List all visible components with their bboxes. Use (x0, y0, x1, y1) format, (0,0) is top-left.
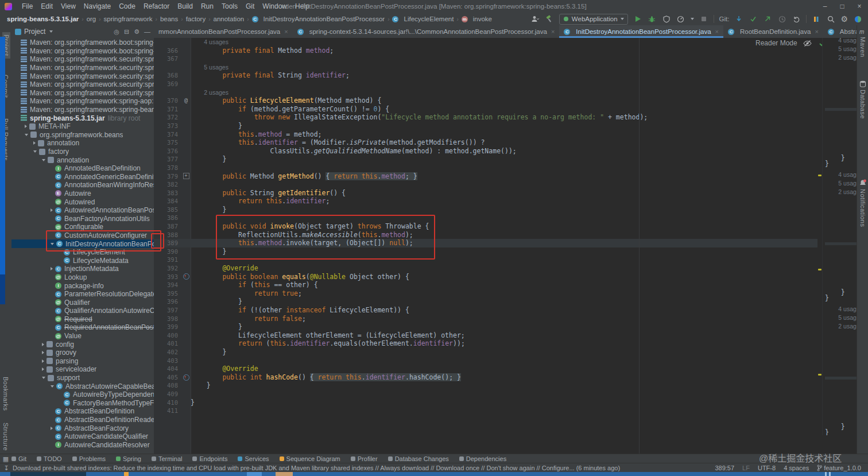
code-line[interactable]: 383 public String getIdentifier() { (154, 189, 817, 198)
tree-item[interactable]: annotation (11, 139, 154, 148)
debug-icon[interactable] (648, 14, 657, 24)
code-line[interactable]: 393 public boolean equals(@Nullable Obje… (154, 273, 817, 281)
chevron-right-icon[interactable] (51, 267, 53, 270)
line-number[interactable]: 376 (154, 147, 181, 156)
code-line[interactable]: 371 if (method.getParameterCount() != 0)… (154, 105, 817, 114)
menu-item-run[interactable]: Run (197, 2, 218, 10)
tool-window-button-sequence-diagram[interactable]: Sequence Diagram (280, 455, 340, 462)
tree-item[interactable]: Maven: org.springframework.boot:spring-b… (11, 47, 154, 56)
tab-close-icon[interactable]: × (284, 28, 288, 35)
eye-off-icon[interactable] (803, 38, 812, 48)
code-line[interactable]: 404 @Override (154, 365, 817, 373)
tree-item[interactable]: CAnnotationBeanWiringInfoResolver (11, 181, 154, 189)
code-line[interactable]: 368 private final String identifier; (154, 71, 817, 80)
coverage-icon[interactable] (662, 14, 671, 24)
tree-item[interactable]: Maven: org.springframework:spring-beans:… (11, 106, 154, 114)
tree-item[interactable]: @Lookup (11, 273, 154, 282)
tree-item[interactable]: Maven: org.springframework.security:spri… (11, 55, 154, 64)
tree-item[interactable]: CLifecycleMetadata (11, 256, 154, 265)
code-line[interactable]: 370@ public LifecycleElement(Method meth… (154, 96, 817, 105)
tool-window-button-services[interactable]: Services (238, 455, 269, 462)
file-encoding[interactable]: UTF-8 (758, 465, 776, 471)
tool-window-button-git[interactable]: Git (11, 455, 26, 462)
chevron-down-icon[interactable] (42, 159, 45, 161)
tree-item[interactable]: @Autowired (11, 198, 154, 206)
tool-window-button-profiler[interactable]: Profiler (351, 455, 378, 462)
line-number[interactable]: 386 (154, 214, 181, 222)
line-number[interactable]: 399 (154, 323, 181, 331)
tab-close-icon[interactable]: × (815, 28, 818, 35)
menu-item-refactor[interactable]: Refactor (140, 2, 173, 10)
code-line[interactable] (825, 300, 858, 303)
line-number[interactable]: 377 (154, 155, 181, 164)
tree-item[interactable]: Maven: org.springframework.security:spri… (11, 64, 154, 72)
menu-item-build[interactable]: Build (173, 2, 197, 10)
tool-stripe-maven[interactable]: Maven (859, 37, 866, 57)
breadcrumb-item[interactable]: annotation (212, 16, 245, 22)
tree-item[interactable]: Maven: org.springframework.boot:spring-b… (11, 38, 154, 47)
tree-item[interactable]: Maven: org.springframework.security:spri… (11, 89, 154, 98)
git-branch-widget[interactable]: feature_1.0.0 (817, 465, 861, 471)
line-ending[interactable]: LF (742, 465, 750, 471)
chevron-right-icon[interactable] (42, 351, 44, 354)
history-icon[interactable] (777, 14, 786, 24)
usages-hint[interactable]: 4 usages (154, 38, 817, 47)
code-line[interactable]: 408 } (154, 381, 817, 390)
line-number[interactable]: 368 (154, 71, 181, 80)
tree-item[interactable]: @Value (11, 332, 154, 340)
code-line[interactable]: 409 (154, 390, 817, 398)
colored-bars-icon[interactable] (812, 14, 821, 24)
code-line[interactable]: 399 } (154, 323, 817, 331)
tree-item[interactable]: CParameterResolutionDelegate (11, 290, 154, 299)
fold-expand-icon[interactable]: + (183, 173, 189, 179)
tree-item[interactable]: parsing (11, 357, 154, 366)
chevron-right-icon[interactable] (51, 427, 53, 430)
tree-item[interactable]: config (11, 340, 154, 349)
breadcrumb-item[interactable]: springframework (103, 16, 154, 22)
tree-item[interactable]: Maven: org.springframework:spring-aop:5.… (11, 97, 154, 106)
line-number[interactable]: 402 (154, 348, 181, 357)
breadcrumb-item[interactable]: CInitDestroyAnnotationBeanPostProcessor (251, 16, 386, 22)
tool-stripe-database[interactable]: Database (859, 90, 866, 119)
chevron-down-icon[interactable] (25, 134, 28, 136)
code-line[interactable]: 375 this.identifier = (Modifier.isPrivat… (154, 138, 817, 147)
chevron-right-icon[interactable] (33, 141, 36, 145)
line-number[interactable]: 378 (154, 164, 181, 172)
line-number[interactable]: 366 (154, 47, 181, 55)
minimize-button[interactable]: – (816, 2, 834, 10)
code-line[interactable] (825, 165, 858, 168)
breadcrumb-item[interactable]: org (86, 16, 98, 22)
code-line[interactable]: 382 (154, 180, 817, 189)
code-line[interactable]: 384 return this.identifier; (154, 197, 817, 206)
line-number[interactable]: 403 (154, 357, 181, 365)
line-number[interactable]: 375 (154, 138, 181, 147)
user-icon[interactable] (530, 14, 540, 24)
commit-check-icon[interactable] (749, 14, 758, 24)
tree-item[interactable]: Maven: org.springframework.security:spri… (11, 72, 154, 80)
code-line[interactable]: 372 throw new IllegalStateException("Lif… (154, 113, 817, 122)
chevron-down-icon[interactable] (51, 385, 54, 388)
line-number[interactable]: 374 (154, 130, 181, 139)
line-number[interactable]: 371 (154, 105, 181, 114)
line-number[interactable]: 369 (154, 80, 181, 88)
tree-item[interactable]: Maven: org.springframework.security:spri… (11, 80, 154, 89)
code-line[interactable]: 410} (154, 398, 817, 407)
overrides-icon[interactable] (183, 374, 189, 381)
tree-item[interactable]: IAnnotatedBeanDefinition (11, 164, 154, 173)
chevron-down-icon[interactable] (49, 30, 53, 33)
line-number[interactable]: 398 (154, 315, 181, 323)
code-line[interactable]: 411 (154, 407, 817, 415)
annotation-gutter-icon[interactable]: @ (184, 96, 188, 105)
run-icon[interactable] (633, 14, 642, 24)
editor-tab[interactable]: Cspring-context-5.3.14-sources.jar!\...\… (293, 25, 560, 38)
tree-item[interactable]: CQualifierAnnotationAutowireCandidateRes… (11, 307, 154, 315)
tool-window-button-problems[interactable]: Problems (72, 455, 106, 462)
tree-item[interactable]: IAutowireCandidateResolver (11, 441, 154, 450)
tool-stripe-notifications[interactable]: Notifications (859, 189, 866, 227)
tree-item[interactable]: CAbstractBeanDefinitionReader (11, 416, 154, 424)
sphere-icon[interactable] (853, 14, 862, 24)
tool-window-button-database-changes[interactable]: Database Changes (388, 455, 449, 462)
line-number[interactable]: 410 (154, 398, 181, 407)
menu-item-edit[interactable]: Edit (37, 2, 57, 10)
tree-item[interactable]: CInjectionMetadata (11, 265, 154, 273)
